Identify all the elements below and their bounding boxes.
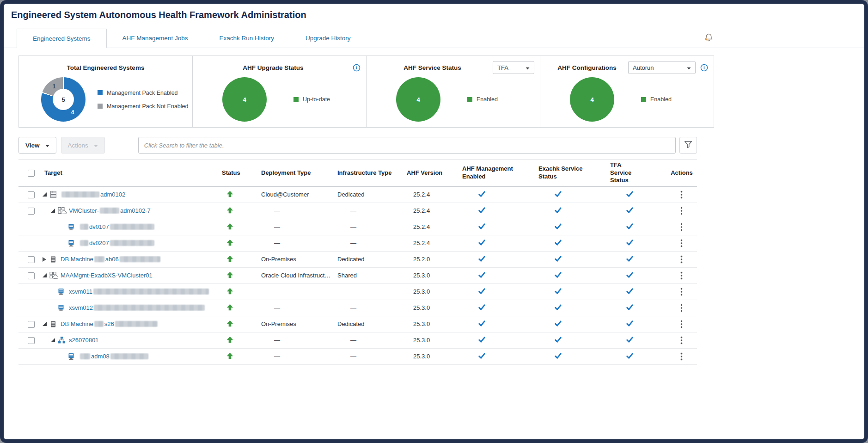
ahf-version-cell: 25.3.0 (402, 320, 458, 327)
row-checkbox[interactable] (28, 321, 35, 328)
table-row[interactable]: MAAMgmt-ExadbXS-VMCluster01 Oracle Cloud… (18, 268, 697, 284)
actions-menu-button[interactable]: Actions (61, 137, 105, 154)
ahf-version-cell: 25.2.4 (402, 191, 458, 198)
table-row[interactable]: xsvm012 — — 25.3.0 (18, 300, 697, 316)
filter-button[interactable] (679, 137, 697, 154)
column-header-infrastructure-type[interactable]: Infrastructure Type (333, 167, 402, 179)
check-icon (554, 239, 562, 248)
column-header-ahf-version[interactable]: AHF Version (402, 167, 458, 179)
table-row[interactable]: s26070801 — — 25.3.0 (18, 332, 697, 349)
check-icon (626, 190, 634, 199)
target-name-text: dv0107 (89, 223, 109, 230)
ahf-management-enabled-cell (458, 287, 534, 296)
row-actions-menu[interactable] (678, 351, 685, 362)
target-link[interactable]: s26070801 (69, 337, 98, 344)
target-link[interactable]: adm0102 (61, 191, 125, 198)
target-link[interactable]: DB Machine ab06 (61, 256, 161, 263)
row-actions-menu[interactable] (678, 190, 685, 200)
expand-toggle[interactable] (43, 273, 49, 277)
table-row[interactable]: dv0107 — — 25.2.4 (18, 219, 697, 235)
row-checkbox[interactable] (28, 191, 35, 198)
row-actions-menu[interactable] (678, 335, 685, 345)
tab-engineered-systems[interactable]: Engineered Systems (17, 29, 107, 48)
target-link[interactable]: xsvm012 (69, 304, 206, 311)
column-header-status[interactable]: Status (217, 167, 257, 179)
column-header-tfa-service-status[interactable]: TFA Service Status (605, 160, 666, 186)
table-row[interactable]: DB Machine ab06 On-Premises Dedicated 25… (18, 252, 697, 268)
row-actions-menu[interactable] (678, 238, 685, 248)
table-row[interactable]: adm08 — — 25.3.0 (18, 349, 697, 365)
expand-toggle[interactable] (43, 257, 49, 262)
table-row[interactable]: dv0207 — — 25.2.4 (18, 235, 697, 252)
row-checkbox[interactable] (28, 208, 35, 215)
donut-center-value: 4 (234, 89, 255, 110)
deployment-type-cell: Oracle Cloud Infrastruct… (257, 272, 333, 279)
status-cell (217, 352, 257, 361)
check-icon (626, 271, 634, 280)
tab-label: Upgrade History (306, 35, 351, 42)
page-title: Engineered System Autonomous Health Fram… (11, 10, 857, 20)
legend-item: Up-to-date (293, 96, 330, 103)
tab-ahf-management-jobs[interactable]: AHF Management Jobs (107, 28, 204, 48)
status-cell (217, 288, 257, 296)
info-icon[interactable] (353, 64, 361, 72)
row-checkbox[interactable] (28, 337, 35, 344)
service-status-dropdown[interactable]: TFA (493, 61, 534, 74)
select-all-checkbox[interactable] (28, 170, 35, 177)
redacted-text (80, 240, 88, 246)
exachk-service-status-cell (534, 320, 605, 329)
row-actions-menu[interactable] (678, 206, 685, 216)
column-header-ahf-management-enabled[interactable]: AHF Management Enabled (458, 163, 534, 182)
row-actions-menu[interactable] (678, 287, 685, 297)
target-name-text: xsvm011 (69, 288, 92, 295)
row-actions-menu[interactable] (678, 271, 685, 281)
target-link[interactable]: adm08 (79, 353, 149, 360)
row-actions-menu[interactable] (678, 254, 685, 265)
target-link[interactable]: VMCluster-adm0102-7 (69, 207, 151, 214)
infrastructure-type-cell: — (333, 337, 402, 344)
chevron-down-icon (526, 64, 530, 71)
check-icon (478, 271, 486, 280)
target-link[interactable]: MAAMgmt-ExadbXS-VMCluster01 (61, 272, 153, 279)
expand-toggle[interactable] (51, 338, 58, 342)
table-row[interactable]: VMCluster-adm0102-7 — — 25.2.4 (18, 203, 697, 219)
tab-label: AHF Management Jobs (122, 35, 188, 42)
exachk-service-status-cell (534, 352, 605, 361)
tfa-service-status-cell (605, 271, 666, 280)
search-input[interactable] (138, 137, 676, 154)
table-row[interactable]: DB Machine s26 On-Premises Dedicated 25.… (18, 316, 697, 332)
check-icon (554, 222, 562, 232)
row-select-cell (18, 272, 40, 279)
info-icon[interactable] (700, 64, 708, 72)
status-up-icon (226, 191, 233, 199)
target-link[interactable]: dv0207 (79, 240, 155, 246)
tab-exachk-run-history[interactable]: Exachk Run History (203, 28, 290, 48)
target-cell: VMCluster-adm0102-7 (40, 207, 217, 215)
column-header-deployment-type[interactable]: Deployment Type (257, 167, 333, 179)
target-name-text: dv0207 (89, 240, 109, 246)
target-link[interactable]: DB Machine s26 (61, 320, 159, 327)
view-menu-button[interactable]: View (18, 137, 56, 154)
column-header-exachk-service-status[interactable]: Exachk Service Status (534, 163, 605, 182)
expand-toggle[interactable] (51, 209, 58, 213)
ahf-version-cell: 25.2.4 (402, 240, 458, 246)
tab-upgrade-history[interactable]: Upgrade History (290, 28, 367, 48)
expand-toggle[interactable] (43, 322, 49, 326)
target-link[interactable]: xsvm011 (69, 288, 210, 295)
row-actions-menu[interactable] (678, 222, 685, 232)
notifications-bell-icon[interactable] (703, 31, 715, 43)
target-link[interactable]: dv0107 (79, 223, 155, 230)
column-header-target[interactable]: Target (40, 167, 217, 179)
row-actions-menu[interactable] (678, 319, 685, 329)
target-name-text: s26 (104, 320, 114, 327)
row-checkbox[interactable] (28, 272, 35, 279)
table-row[interactable]: xsvm011 — — 25.3.0 (18, 284, 697, 300)
row-actions-menu[interactable] (678, 303, 685, 313)
table-row[interactable]: adm0102 Cloud@Customer Dedicated 25.2.4 (18, 187, 697, 203)
row-checkbox[interactable] (28, 256, 35, 263)
status-cell (217, 271, 257, 280)
target-cell: DB Machine ab06 (40, 256, 217, 263)
app-surface: Engineered System Autonomous Health Fram… (4, 4, 864, 439)
configurations-dropdown[interactable]: Autorun (628, 61, 696, 74)
expand-toggle[interactable] (43, 192, 49, 197)
